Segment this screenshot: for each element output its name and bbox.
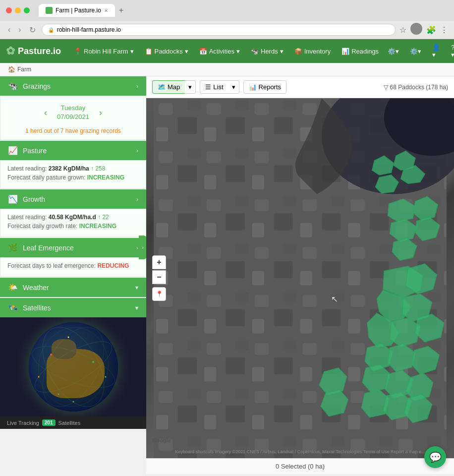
growth-stat2-value: INCREASING bbox=[79, 223, 116, 230]
svg-point-7 bbox=[67, 337, 69, 338]
sidebar-section-pasture: 📈 Pasture › Latest reading: 2382 KgDM/ha… bbox=[0, 141, 146, 188]
browser-chrome: Farm | Pasture.io ✕ + ‹ › ↻ 🔒 robin-hill… bbox=[0, 0, 454, 39]
satellite-image: ↖ bbox=[146, 98, 454, 458]
close-dot[interactable] bbox=[6, 7, 12, 13]
herds-icon: 🐄 bbox=[251, 48, 259, 55]
nav-paddocks[interactable]: 📋 Paddocks ▾ bbox=[140, 45, 193, 58]
browser-tab[interactable]: Farm | Pasture.io ✕ bbox=[39, 4, 115, 17]
grazings-title: Grazings bbox=[23, 82, 51, 90]
tools-button[interactable]: ⚙️▾ bbox=[384, 46, 403, 57]
grazings-date-value: 07/09/2021 bbox=[57, 113, 89, 121]
reports-icon: 📊 bbox=[249, 83, 257, 91]
list-view-button[interactable]: ☰ List bbox=[200, 80, 228, 94]
nav-activities[interactable]: 📅 Activities ▾ bbox=[194, 45, 245, 58]
locate-button[interactable]: 📍 bbox=[152, 287, 166, 301]
menu-button[interactable]: ⋮ bbox=[440, 23, 448, 37]
sidebar-section-grazings: 🐄 Grazings › ‹ Tuesday 07/09/2021 › 1 he… bbox=[0, 76, 146, 140]
forward-button[interactable]: › bbox=[16, 24, 23, 35]
growth-stat-2: Forecast daily growth rate: INCREASING bbox=[7, 223, 139, 230]
chat-button[interactable]: 💬 bbox=[424, 446, 446, 468]
map-view-dropdown[interactable]: ▾ bbox=[185, 80, 196, 94]
growth-header-left: 📉 Growth bbox=[8, 194, 45, 204]
url-text: robin-hill-farm.pasture.io bbox=[57, 26, 121, 33]
logo-text: Pasture.io bbox=[18, 46, 61, 57]
paddocks-icon: 📋 bbox=[145, 48, 153, 55]
reload-button[interactable]: ↻ bbox=[27, 24, 38, 36]
svg-point-5 bbox=[50, 354, 52, 356]
nav-farm-label: Robin Hill Farm bbox=[84, 48, 128, 55]
svg-text:↖: ↖ bbox=[331, 294, 338, 304]
help-button[interactable]: ?▾ bbox=[447, 42, 454, 60]
back-button[interactable]: ‹ bbox=[6, 24, 12, 35]
leaf-header[interactable]: 🌿 Leaf Emergence › bbox=[0, 238, 146, 257]
grazings-next-button[interactable]: › bbox=[99, 108, 102, 118]
grazings-date: Tuesday 07/09/2021 bbox=[57, 104, 89, 121]
map-area: 🗺️ Map ▾ ☰ List ▾ 📊 Reports ▽ 68 Paddock… bbox=[146, 76, 454, 474]
grazings-day-label: Tuesday bbox=[57, 104, 89, 113]
nav-farm[interactable]: 📍 Robin Hill Farm ▾ bbox=[69, 45, 139, 58]
bookmark-button[interactable]: ☆ bbox=[399, 23, 406, 37]
account-button[interactable]: 👤▾ bbox=[428, 42, 444, 60]
list-view-group: ☰ List ▾ bbox=[200, 80, 239, 94]
fullscreen-dot[interactable] bbox=[24, 7, 30, 13]
reports-btn-label: Reports bbox=[259, 83, 282, 91]
sidebar-collapse-button[interactable]: › bbox=[139, 236, 146, 259]
weather-header-left: 🌤️ Weather bbox=[8, 283, 49, 292]
nav-herds[interactable]: 🐄 Herds ▾ bbox=[246, 45, 288, 58]
satellite-live-bar: Live Tracking 201 Satellites bbox=[0, 416, 146, 429]
selection-label: 0 Selected (0 ha) bbox=[276, 463, 325, 470]
nav-readings-label: Readings bbox=[351, 48, 379, 55]
profile-button[interactable] bbox=[410, 23, 422, 37]
map-controls: + − 📍 bbox=[152, 255, 166, 301]
satellites-icon: 🛰️ bbox=[8, 303, 18, 312]
satellites-header[interactable]: 🛰️ Satellites ▾ bbox=[0, 298, 146, 317]
breadcrumb-farm[interactable]: Farm bbox=[17, 66, 31, 73]
grazings-header-left: 🐄 Grazings bbox=[8, 81, 51, 91]
nav-inventory[interactable]: 📦 Inventory bbox=[289, 45, 336, 58]
paddocks-count-label: 68 Paddocks (178 ha) bbox=[390, 84, 448, 91]
tab-close-btn[interactable]: ✕ bbox=[104, 8, 108, 13]
zoom-out-button[interactable]: − bbox=[152, 270, 166, 284]
satellite-live-label: Live Tracking bbox=[7, 420, 39, 426]
pasture-stat2-value: INCREASING bbox=[87, 174, 124, 181]
map-view-button[interactable]: 🗺️ Map bbox=[152, 80, 185, 94]
grazings-header[interactable]: 🐄 Grazings › bbox=[0, 76, 146, 96]
growth-header[interactable]: 📉 Growth › bbox=[0, 189, 146, 209]
extensions-button[interactable]: 🧩 bbox=[426, 23, 436, 37]
list-icon: ☰ bbox=[205, 83, 211, 91]
sidebar-section-weather: 🌤️ Weather ▾ bbox=[0, 278, 146, 297]
list-view-dropdown[interactable]: ▾ bbox=[228, 80, 239, 94]
svg-point-6 bbox=[92, 361, 94, 363]
grazings-prev-button[interactable]: ‹ bbox=[44, 108, 47, 118]
minimize-dot[interactable] bbox=[15, 7, 21, 13]
new-tab-button[interactable]: + bbox=[119, 6, 123, 15]
sidebar-section-satellites: 🛰️ Satellites ▾ bbox=[0, 298, 146, 429]
nav-items: 📍 Robin Hill Farm ▾ 📋 Paddocks ▾ 📅 Activ… bbox=[69, 45, 384, 58]
pasture-stat1-label: Latest reading: bbox=[7, 165, 47, 172]
satellites-header-left: 🛰️ Satellites bbox=[8, 303, 51, 312]
address-bar[interactable]: 🔒 robin-hill-farm.pasture.io bbox=[42, 24, 396, 36]
map-view-group: 🗺️ Map ▾ bbox=[152, 80, 196, 94]
satellite-suffix: Satellites bbox=[58, 420, 81, 426]
sidebar-toggle-icon: › bbox=[142, 244, 144, 250]
weather-title: Weather bbox=[23, 284, 49, 292]
globe-container bbox=[0, 317, 146, 416]
growth-stat1-value: 40.58 KgDM/ha.d bbox=[49, 214, 98, 221]
map-container[interactable]: ↖ + − 📍 Google Keyboard shortcuts Imager… bbox=[146, 98, 454, 458]
pasture-header[interactable]: 📈 Pasture › bbox=[0, 141, 146, 160]
app-navbar: ✿ Pasture.io 📍 Robin Hill Farm ▾ 📋 Paddo… bbox=[0, 39, 454, 63]
grazings-icon: 🐄 bbox=[8, 81, 18, 91]
map-icon: 🗺️ bbox=[158, 83, 166, 91]
nav-readings[interactable]: 📊 Readings bbox=[337, 45, 384, 58]
growth-stat1-label: Latest reading: bbox=[7, 214, 47, 221]
satellite-count-badge: 201 bbox=[42, 419, 56, 426]
weather-header[interactable]: 🌤️ Weather ▾ bbox=[0, 278, 146, 297]
zoom-in-button[interactable]: + bbox=[152, 255, 166, 269]
svg-point-3 bbox=[30, 322, 116, 412]
reports-button[interactable]: 📊 Reports bbox=[243, 80, 287, 94]
app-logo[interactable]: ✿ Pasture.io bbox=[6, 45, 61, 58]
growth-stat-1: Latest reading: 40.58 KgDM/ha.d ↑ 22 bbox=[7, 214, 139, 221]
settings-button[interactable]: ⚙️▾ bbox=[406, 46, 425, 57]
sidebar-section-leaf: 🌿 Leaf Emergence › Forecast days to leaf… bbox=[0, 238, 146, 277]
pasture-stat-2: Forecast daily pasture grown: INCREASING bbox=[7, 174, 139, 181]
